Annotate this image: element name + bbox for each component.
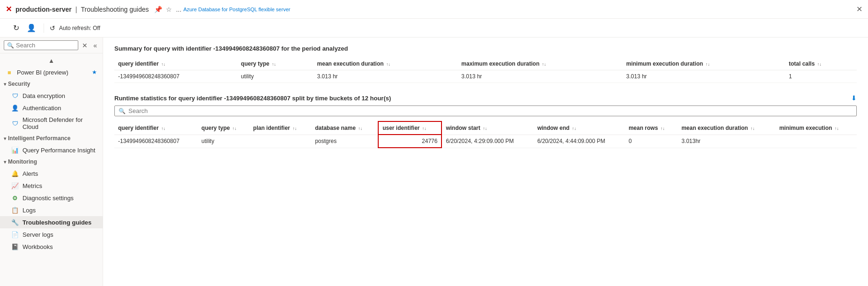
sort-icon-total-calls[interactable]: ↑↓ <box>817 62 822 67</box>
sidebar-item-logs-label: Logs <box>22 207 36 214</box>
rt-col-query-id: query identifier ↑↓ <box>114 121 198 135</box>
rt-col-mean-rows: mean rows ↑↓ <box>625 121 678 135</box>
sidebar-item-troubleshooting-label: Troubleshooting guides <box>22 219 91 226</box>
sidebar-item-server-logs-label: Server logs <box>22 231 53 238</box>
sort-icon-mean-exec[interactable]: ↑↓ <box>386 62 390 67</box>
sidebar-item-metrics[interactable]: 📈 Metrics <box>0 180 103 192</box>
powerbi-star: ★ <box>92 69 97 75</box>
sidebar-toolbar: 🔍 ✕ « <box>0 38 103 53</box>
search-box[interactable]: 🔍 <box>4 40 78 50</box>
cell-rt-db-name: postgres <box>311 135 378 148</box>
main-layout: 🔍 ✕ « ▲ ■ Power BI (preview) ★ ▾ Securit… <box>0 38 868 286</box>
runtime-search-box[interactable]: 🔍 <box>114 105 857 116</box>
shield-icon: 🛡 <box>11 92 19 99</box>
sidebar-item-powerbi-label: Power BI (preview) <box>17 69 68 76</box>
intelligent-chevron: ▾ <box>4 136 6 141</box>
rt-col-query-type: query type ↑↓ <box>198 121 249 135</box>
cell-summary-query-id: -1349949608248360807 <box>114 70 237 83</box>
search-input[interactable] <box>16 42 75 49</box>
pin-icon[interactable]: 📌 <box>154 6 162 13</box>
sidebar-item-authentication-label: Authentication <box>22 105 61 112</box>
more-icon[interactable]: ... <box>176 6 181 13</box>
sort-icon-query-id[interactable]: ↑↓ <box>161 62 165 67</box>
sidebar-item-powerbi[interactable]: ■ Power BI (preview) ★ <box>0 66 103 78</box>
rt-sort-min-exec[interactable]: ↑↓ <box>835 126 839 131</box>
rt-col-window-end: window end ↑↓ <box>533 121 625 135</box>
title-actions: 📌 ☆ ... <box>154 6 181 13</box>
cell-summary-max-exec: 3.013 hr <box>457 70 622 83</box>
sidebar-item-alerts[interactable]: 🔔 Alerts <box>0 167 103 180</box>
rt-sort-mean-rows[interactable]: ↑↓ <box>660 126 665 131</box>
col-min-exec-label: minimum execution duration <box>626 60 703 67</box>
sidebar-item-diag[interactable]: ⚙ Diagnostic settings <box>0 192 103 204</box>
rt-sort-db-name[interactable]: ↑↓ <box>358 126 362 131</box>
sort-icon-min-exec[interactable]: ↑↓ <box>705 62 710 67</box>
sidebar-section-monitoring[interactable]: ▾ Monitoring <box>0 156 103 167</box>
col-max-exec-label: maximum execution duration <box>461 60 539 67</box>
sidebar-item-qpi[interactable]: 📊 Query Performance Insight <box>0 144 103 156</box>
refresh-button[interactable]: ↻ <box>11 22 21 34</box>
title-separator: | <box>75 6 77 13</box>
sort-icon-max-exec[interactable]: ↑↓ <box>542 62 546 67</box>
runtime-search-input[interactable] <box>128 107 853 114</box>
sidebar-item-workbooks[interactable]: 📓 Workbooks <box>0 241 103 253</box>
sidebar-collapse-button[interactable]: « <box>91 41 99 50</box>
close-button[interactable]: ✕ <box>856 5 862 14</box>
rt-sort-window-end[interactable]: ↑↓ <box>572 126 576 131</box>
app-icon: ✕ <box>6 5 12 14</box>
sidebar-item-server-logs[interactable]: 📄 Server logs <box>0 228 103 241</box>
rt-sort-window-start[interactable]: ↑↓ <box>483 126 487 131</box>
runtime-table-header-row: query identifier ↑↓ query type ↑↓ plan i… <box>114 121 857 135</box>
runtime-table: query identifier ↑↓ query type ↑↓ plan i… <box>114 121 857 148</box>
col-min-exec: minimum execution duration ↑↓ <box>622 58 785 70</box>
rt-col-plan-id: plan identifier ↑↓ <box>249 121 311 135</box>
alerts-icon: 🔔 <box>11 170 19 177</box>
sidebar-section-security[interactable]: ▾ Security <box>0 78 103 90</box>
sidebar-item-qpi-label: Query Performance Insight <box>22 147 95 154</box>
auto-refresh-label: Auto refresh: Off <box>59 25 100 31</box>
user-button[interactable]: 👤 <box>25 22 38 34</box>
col-max-exec: maximum execution duration ↑↓ <box>457 58 622 70</box>
col-mean-exec: mean execution duration ↑↓ <box>314 58 458 70</box>
monitoring-chevron: ▾ <box>4 159 6 165</box>
rt-sort-mean-exec-dur[interactable]: ↑↓ <box>750 126 755 131</box>
runtime-title: Runtime statistics for query identifier … <box>114 95 391 102</box>
rt-col-min-exec: minimum execution ↑↓ <box>776 121 857 135</box>
subtitle: Azure Database for PostgreSQL flexible s… <box>183 7 290 12</box>
star-icon[interactable]: ☆ <box>166 6 172 13</box>
powerbi-icon: ■ <box>6 68 13 76</box>
qpi-icon: 📊 <box>11 146 19 154</box>
rt-sort-plan-id[interactable]: ↑↓ <box>292 126 297 131</box>
defender-icon: 🛡 <box>11 120 19 127</box>
sidebar-item-logs[interactable]: 📋 Logs <box>0 204 103 216</box>
summary-table-row: -1349949608248360807 utility 3.013 hr 3.… <box>114 70 857 83</box>
cell-rt-plan-id <box>249 135 311 148</box>
sidebar-item-troubleshooting[interactable]: 🔧 Troubleshooting guides <box>0 216 103 228</box>
serverlogs-icon: 📄 <box>11 231 19 238</box>
sidebar-scroll-up[interactable]: ▲ <box>47 56 55 65</box>
sidebar-item-diag-label: Diagnostic settings <box>22 195 74 202</box>
sidebar-item-metrics-label: Metrics <box>22 182 42 189</box>
runtime-search-icon: 🔍 <box>119 108 126 114</box>
sidebar-item-data-encryption-label: Data encryption <box>22 92 65 99</box>
rt-col-mean-exec-dur: mean execution duration ↑↓ <box>678 121 776 135</box>
col-total-calls-label: total calls <box>789 60 815 67</box>
toolbar: ↻ 👤 ↺ Auto refresh: Off <box>0 19 868 38</box>
sidebar-item-alerts-label: Alerts <box>22 170 38 177</box>
sidebar-close-button[interactable]: ✕ <box>80 41 90 50</box>
rt-sort-query-type[interactable]: ↑↓ <box>232 126 237 131</box>
sort-icon-query-type[interactable]: ↑↓ <box>272 62 276 67</box>
download-icon[interactable]: ⬇ <box>851 94 857 102</box>
sidebar-item-defender[interactable]: 🛡 Microsoft Defender for Cloud <box>0 114 103 133</box>
cell-summary-min-exec: 3.013 hr <box>622 70 785 83</box>
sidebar-item-data-encryption[interactable]: 🛡 Data encryption <box>0 90 103 102</box>
sidebar-item-authentication[interactable]: 👤 Authentication <box>0 102 103 114</box>
col-total-calls: total calls ↑↓ <box>785 58 857 70</box>
cell-summary-total-calls: 1 <box>785 70 857 83</box>
rt-sort-user-id[interactable]: ↑↓ <box>422 126 427 131</box>
logs-icon: 📋 <box>11 206 19 214</box>
sidebar-section-intelligent[interactable]: ▾ Intelligent Performance <box>0 133 103 144</box>
sidebar: 🔍 ✕ « ▲ ■ Power BI (preview) ★ ▾ Securit… <box>0 38 103 286</box>
server-name: production-server <box>15 6 72 13</box>
rt-sort-query-id[interactable]: ↑↓ <box>161 126 165 131</box>
